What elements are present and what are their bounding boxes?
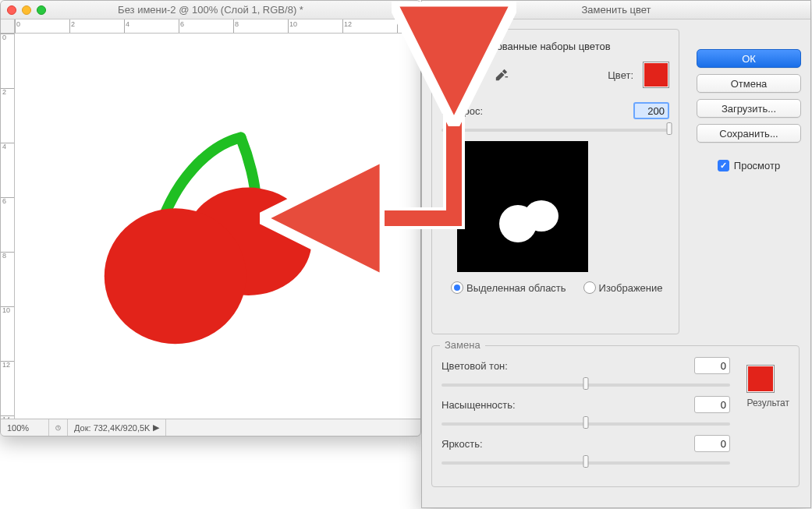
fuzziness-slider[interactable] (441, 122, 669, 136)
status-icon[interactable] (49, 419, 68, 436)
preview-label: Просмотр (734, 160, 780, 171)
zoom-field[interactable]: 100% (1, 419, 49, 436)
radio-selection-indicator (451, 281, 463, 294)
eyedropper-plus-icon (470, 68, 484, 82)
preview-checkbox[interactable]: ✓ (718, 160, 729, 171)
fuzziness-input[interactable] (633, 102, 669, 119)
canvas[interactable] (15, 34, 420, 419)
saturation-input[interactable] (694, 396, 730, 413)
radio-selection[interactable]: Выделенная область (451, 281, 566, 294)
lightness-slider[interactable] (441, 455, 730, 469)
radio-image[interactable]: Изображение (583, 281, 663, 294)
eyedropper-minus-icon (495, 68, 509, 82)
eyedropper-icon (445, 68, 459, 82)
color-label: Цвет: (608, 69, 633, 81)
replace-color-dialog: Заменить цвет ОК Отмена Загрузить... Сох… (421, 0, 811, 508)
lightness-label: Яркость: (441, 438, 527, 450)
document-window: Без имени-2 @ 100% (Слой 1, RGB/8) * 0 2… (0, 0, 421, 437)
svg-point-1 (105, 208, 246, 344)
doc-title: Без имени-2 @ 100% (Слой 1, RGB/8) * (1, 4, 420, 16)
replacement-legend: Замена (440, 339, 485, 351)
dialog-title[interactable]: Заменить цвет (422, 1, 810, 19)
cherry-artwork (15, 34, 420, 419)
ruler-horizontal[interactable]: 0 2 4 6 8 10 12 14 (15, 19, 420, 34)
radio-image-indicator (583, 281, 596, 294)
hue-label: Цветовой тон: (441, 360, 527, 372)
svg-point-5 (524, 200, 558, 232)
localized-clusters-checkbox[interactable] (441, 41, 453, 52)
chevron-right-icon: ▶ (153, 422, 159, 433)
window-close-button[interactable] (7, 5, 16, 15)
doc-titlebar[interactable]: Без имени-2 @ 100% (Слой 1, RGB/8) * (1, 1, 420, 19)
selection-legend: Выделение (440, 23, 503, 34)
selection-group: Выделение Локализованные наборы цветов (431, 29, 679, 334)
save-button[interactable]: Сохранить... (697, 124, 801, 143)
eyedropper-button[interactable] (441, 65, 462, 84)
lightness-input[interactable] (694, 435, 730, 452)
fuzziness-label: Разброс: (441, 105, 483, 117)
window-zoom-button[interactable] (37, 5, 46, 15)
cancel-button[interactable]: Отмена (697, 74, 801, 93)
ruler-vertical[interactable]: 0 2 4 6 8 10 12 14 (1, 34, 15, 419)
ok-button[interactable]: ОК (697, 49, 801, 68)
status-bar: 100% Док: 732,4K/920,5K ▶ (1, 419, 420, 436)
hue-input[interactable] (694, 357, 730, 374)
hue-slider[interactable] (441, 377, 730, 391)
ruler-origin[interactable] (1, 19, 15, 34)
result-label: Результат (746, 398, 789, 408)
doc-size[interactable]: Док: 732,4K/920,5K ▶ (68, 419, 166, 436)
saturation-slider[interactable] (441, 416, 730, 430)
load-button[interactable]: Загрузить... (697, 99, 801, 118)
result-color-swatch[interactable] (746, 365, 775, 393)
eyedropper-add-button[interactable] (466, 65, 487, 84)
replacement-group: Замена Результат Цветовой тон: Насыщенно… (431, 345, 800, 487)
sample-color-swatch[interactable] (643, 62, 669, 88)
eyedropper-subtract-button[interactable] (491, 65, 512, 84)
saturation-label: Насыщенность: (441, 399, 527, 411)
selection-preview[interactable] (457, 141, 588, 272)
window-minimize-button[interactable] (22, 5, 31, 15)
localized-clusters-label: Локализованные наборы цветов (458, 41, 611, 52)
